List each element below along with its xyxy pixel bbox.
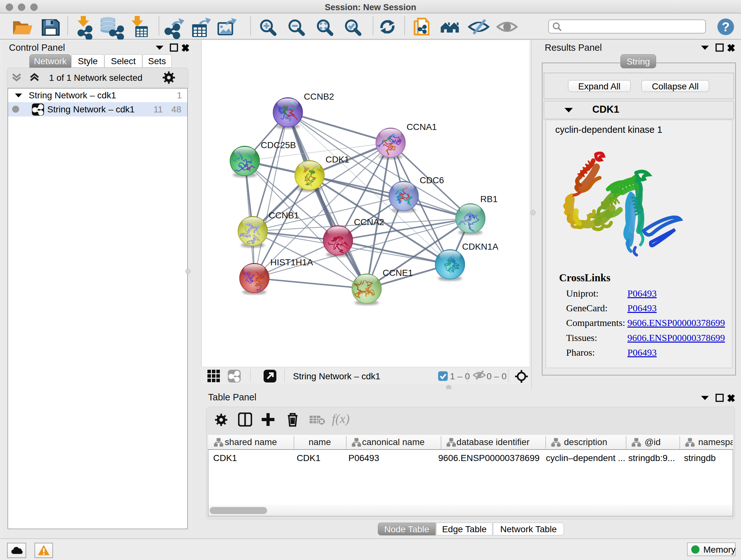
svg-text:?: ? — [722, 20, 730, 34]
svg-text:HIST1H1A: HIST1H1A — [270, 257, 313, 267]
svg-text:CCNA2: CCNA2 — [354, 217, 384, 227]
svg-text:CDC6: CDC6 — [420, 175, 444, 185]
svg-text:CCNA1: CCNA1 — [407, 122, 437, 132]
svg-text:CCNB1: CCNB1 — [269, 210, 299, 220]
svg-text:RB1: RB1 — [480, 194, 497, 204]
svg-text:CCNE1: CCNE1 — [383, 268, 413, 278]
svg-text:CCNB2: CCNB2 — [304, 91, 334, 102]
svg-text:CDK1: CDK1 — [326, 154, 349, 165]
svg-text:CDC25B: CDC25B — [261, 140, 296, 150]
svg-text:CDKN1A: CDKN1A — [462, 242, 498, 252]
